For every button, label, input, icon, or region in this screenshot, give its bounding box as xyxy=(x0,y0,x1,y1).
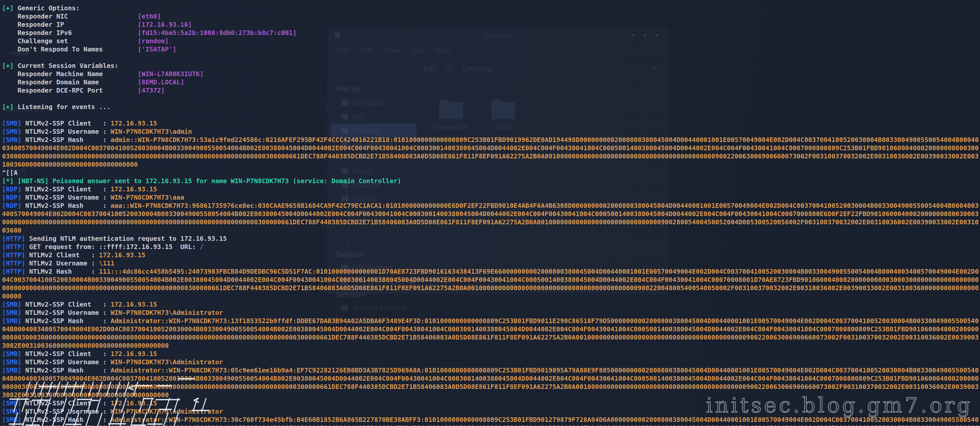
terminal-line: [SMB] NTLMv2-SSP Hash : Administrator::W… xyxy=(2,366,980,399)
terminal-line: Responder DCE-RPC Port [47372] xyxy=(2,86,980,95)
terminal-line: Responder NIC [eth0] xyxy=(2,12,980,21)
terminal-line: [HTTP] NTLMv2 Username : \111 xyxy=(2,259,980,268)
terminal-line: [SMB] NTLMv2-SSP Client : 172.16.93.15 xyxy=(2,119,980,128)
terminal-line: [SMB] NTLMv2-SSP Client : 172.16.93.15 xyxy=(2,399,980,407)
terminal-line: [*] [NBT-NS] Poisoned answer sent to 172… xyxy=(2,177,980,185)
terminal-line: [SMB] NTLMv2-SSP Client : 172.16.93.15 xyxy=(2,301,980,309)
terminal-line: [HTTP] NTLMv2 Hash : 111:::4dc86cc4458b5… xyxy=(2,268,980,301)
terminal-line: [SMB] NTLMv2-SSP Username : WIN-P7N8CDK7… xyxy=(2,128,980,136)
terminal-line: [HTTP] GET request from: ::ffff:172.16.9… xyxy=(2,243,980,251)
terminal-line: [RDP] NTLMv2-SSP Username : WIN-P7N8CDK7… xyxy=(2,193,980,202)
terminal-line xyxy=(2,95,980,103)
terminal-line: [SMB] NTLMv2-SSP Hash : Administrator::W… xyxy=(2,317,980,350)
terminal-line: [RDP] NTLMv2-SSP Client : 172.16.93.15 xyxy=(2,185,980,193)
terminal-line: [SMB] NTLMv2-SSP Username : WIN-P7N8CDK7… xyxy=(2,309,980,317)
terminal-line: Responder Machine Name [WIN-L7AR0K3IUTK] xyxy=(2,70,980,78)
terminal-line: [SMB] NTLMv2-SSP Username : WIN-P7N8CDK7… xyxy=(2,358,980,366)
responder-terminal-screen: HomeKali Linux a...tools Desktop FileEdi… xyxy=(0,0,980,426)
terminal-line: [HTTP] NTLMv2 Client : 172.16.93.15 xyxy=(2,251,980,259)
terminal-line: [+] Generic Options: xyxy=(2,4,980,12)
terminal-line: [RDP] NTLMv2-SSP Hash : aaa::WIN-P7N8CDK… xyxy=(2,202,980,234)
terminal-line: [SMB] NTLMv2-SSP Hash : Administrator::W… xyxy=(2,416,980,426)
terminal-line xyxy=(2,54,980,62)
terminal-line: [SMB] NTLMv2-SSP Username : WIN-P7N8CDK7… xyxy=(2,407,980,416)
terminal-line: Challenge set [random] xyxy=(2,37,980,45)
terminal-line: [SMB] NTLMv2-SSP Client : 172.16.93.15 xyxy=(2,350,980,358)
terminal-line: ^[[A xyxy=(2,169,980,177)
terminal-line: [HTTP] Sending NTLM authentication reque… xyxy=(2,234,980,243)
terminal-line: Responder IP [172.16.93.16] xyxy=(2,21,980,29)
terminal-line xyxy=(2,111,980,119)
terminal-line: [+] Listening for events ... xyxy=(2,103,980,111)
terminal-line: [SMB] NTLMv2-SSP Hash : admin::WIN-P7N8C… xyxy=(2,136,980,169)
terminal-line: Responder IPv6 [fd15:4ba5:5a2b:1008:8db0… xyxy=(2,29,980,37)
terminal-output: [+] Generic Options: Responder NIC [eth0… xyxy=(0,0,980,426)
terminal-line: [+] Current Session Variables: xyxy=(2,62,980,70)
terminal-line: Responder Domain Name [8EMD.LOCAL] xyxy=(2,78,980,86)
terminal-line: Don't Respond To Names ['ISATAP'] xyxy=(2,45,980,54)
